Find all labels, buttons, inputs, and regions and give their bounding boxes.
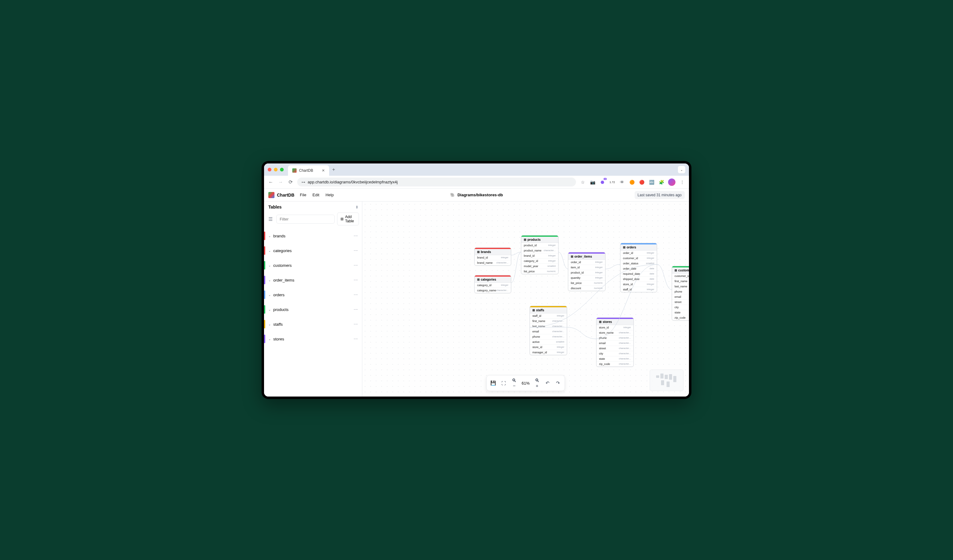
column-row[interactable]: last_namecharacter... bbox=[672, 284, 689, 289]
column-row[interactable]: emailcharacter... bbox=[596, 341, 633, 346]
column-row[interactable]: store_idinteger bbox=[596, 325, 633, 330]
more-icon[interactable]: ⋮ bbox=[353, 307, 358, 312]
url-input[interactable]: ⊶ app.chartdb.io/diagrams/0kvcbeiijcedel… bbox=[297, 178, 576, 186]
column-row[interactable]: list_pricenumeric bbox=[522, 269, 558, 274]
column-row[interactable]: last_namecharacter... bbox=[530, 324, 567, 329]
column-row[interactable]: phonecharacter... bbox=[672, 289, 689, 294]
column-row[interactable]: product_idinteger bbox=[568, 270, 605, 275]
column-row[interactable]: item_idinteger bbox=[568, 265, 605, 270]
column-row[interactable]: order_idinteger bbox=[568, 260, 605, 265]
extension-icon-4[interactable]: 🔴 bbox=[639, 179, 645, 185]
site-info-icon[interactable]: ⊶ bbox=[301, 180, 305, 184]
column-row[interactable]: first_namecharacter... bbox=[530, 319, 567, 324]
more-icon[interactable]: ⋮ bbox=[353, 322, 358, 326]
column-row[interactable]: store_idinteger bbox=[621, 282, 657, 287]
more-icon[interactable]: ⋮ bbox=[353, 248, 358, 253]
menu-file[interactable]: File bbox=[300, 193, 306, 197]
node-header[interactable]: ⊞stores bbox=[596, 319, 633, 325]
column-row[interactable]: shipped_datedate bbox=[621, 277, 657, 282]
node-brands[interactable]: ⊞brandsbrand_idintegerbrand_namecharacte… bbox=[474, 248, 511, 266]
column-row[interactable]: citycharacter... bbox=[672, 305, 689, 310]
column-row[interactable]: brand_namecharacter... bbox=[475, 260, 511, 265]
node-header[interactable]: ⊞customers bbox=[672, 268, 689, 274]
list-view-icon[interactable]: ☰ bbox=[267, 215, 274, 223]
forward-button[interactable]: → bbox=[278, 179, 284, 185]
save-button[interactable]: 💾 bbox=[490, 380, 497, 386]
redo-button[interactable]: ↷ bbox=[555, 380, 561, 386]
filter-input[interactable] bbox=[276, 215, 335, 224]
zoom-in-button[interactable]: 🔍︎+ bbox=[534, 378, 540, 388]
minimap[interactable] bbox=[650, 370, 683, 391]
column-row[interactable]: store_namecharacter... bbox=[596, 330, 633, 336]
more-icon[interactable]: ⋮ bbox=[353, 278, 358, 282]
column-row[interactable]: activesmallint bbox=[530, 339, 567, 345]
column-row[interactable]: model_yearsmallint bbox=[522, 264, 558, 269]
column-row[interactable]: zip_codecharacter... bbox=[596, 362, 633, 367]
column-row[interactable]: order_statussmallint bbox=[621, 261, 657, 266]
column-row[interactable]: emailcharacter... bbox=[672, 294, 689, 300]
column-row[interactable]: staff_idinteger bbox=[530, 313, 567, 319]
menu-edit[interactable]: Edit bbox=[312, 193, 319, 197]
window-minimize[interactable] bbox=[274, 168, 278, 172]
browser-tab[interactable]: ChartDB ✕ bbox=[288, 165, 329, 176]
column-row[interactable]: zip_codecharacter... bbox=[672, 315, 689, 320]
column-row[interactable]: phonecharacter... bbox=[530, 334, 567, 339]
column-row[interactable]: list_pricenumeric bbox=[568, 281, 605, 286]
column-row[interactable]: category_idinteger bbox=[475, 283, 511, 288]
tab-overflow-button[interactable]: ⌄ bbox=[678, 166, 685, 173]
more-icon[interactable]: ⋮ bbox=[353, 263, 358, 268]
window-maximize[interactable] bbox=[280, 168, 284, 172]
node-customers[interactable]: ⊞customerscustomer_idintegerfirst_namech… bbox=[672, 266, 689, 320]
column-row[interactable]: quantityinteger bbox=[568, 275, 605, 281]
sidebar-item-products[interactable]: ⌄ products ⋮ bbox=[264, 302, 362, 317]
extension-icon-1[interactable]: ⬣8 bbox=[599, 179, 605, 185]
column-row[interactable]: customer_idinteger bbox=[672, 274, 689, 279]
column-row[interactable]: streetcharacter... bbox=[596, 346, 633, 351]
sidebar-item-customers[interactable]: ⌄ customers ⋮ bbox=[264, 258, 362, 273]
profile-avatar[interactable] bbox=[668, 178, 675, 186]
column-row[interactable]: store_idinteger bbox=[530, 345, 567, 350]
sidebar-item-categories[interactable]: ⌄ categories ⋮ bbox=[264, 243, 362, 258]
sidebar-item-order_items[interactable]: ⌄ order_items ⋮ bbox=[264, 273, 362, 287]
more-icon[interactable]: ⋮ bbox=[353, 292, 358, 297]
node-products[interactable]: ⊞productsproduct_idintegerproduct_namech… bbox=[521, 235, 559, 274]
back-button[interactable]: ← bbox=[268, 179, 274, 185]
column-row[interactable]: product_idinteger bbox=[522, 243, 558, 248]
column-row[interactable]: discountnumeric bbox=[568, 286, 605, 291]
node-order_items[interactable]: ⊞order_itemsorder_idintegeritem_idintege… bbox=[568, 252, 605, 291]
more-icon[interactable]: ⋮ bbox=[353, 337, 358, 341]
column-row[interactable]: phonecharacter... bbox=[596, 336, 633, 341]
node-header[interactable]: ⊞order_items bbox=[568, 254, 605, 260]
new-tab-button[interactable]: + bbox=[332, 167, 335, 172]
column-row[interactable]: category_namecharacter... bbox=[475, 288, 511, 293]
window-close[interactable] bbox=[268, 168, 272, 172]
column-row[interactable]: manager_idinteger bbox=[530, 350, 567, 355]
column-row[interactable]: category_idinteger bbox=[522, 258, 558, 264]
puzzle-icon[interactable]: 🧩 bbox=[658, 179, 664, 185]
fit-view-button[interactable]: ⛶ bbox=[501, 381, 507, 386]
menu-icon[interactable]: ⋮ bbox=[679, 179, 685, 185]
column-row[interactable]: brand_idinteger bbox=[522, 253, 558, 258]
node-header[interactable]: ⊞staffs bbox=[530, 307, 567, 313]
sort-button[interactable]: ▴▾ bbox=[356, 205, 358, 209]
close-icon[interactable]: ✕ bbox=[322, 169, 325, 173]
menu-help[interactable]: Help bbox=[326, 193, 334, 197]
column-row[interactable]: order_idinteger bbox=[621, 251, 657, 256]
node-header[interactable]: ⊞orders bbox=[621, 244, 657, 251]
column-row[interactable]: product_namecharacter... bbox=[522, 248, 558, 253]
sidebar-item-staffs[interactable]: ⌄ staffs ⋮ bbox=[264, 317, 362, 331]
column-row[interactable]: statecharacter... bbox=[672, 310, 689, 315]
camera-icon[interactable]: 📷 bbox=[590, 179, 596, 185]
canvas[interactable]: ⊞storesstore_idintegerstore_namecharacte… bbox=[362, 201, 689, 396]
zoom-out-button[interactable]: 🔍︎− bbox=[511, 378, 517, 388]
column-row[interactable]: staff_idinteger bbox=[621, 287, 657, 292]
extension-icon-3[interactable]: 🟠 bbox=[629, 179, 635, 185]
app-logo[interactable]: ChartDB bbox=[269, 192, 295, 198]
column-row[interactable]: emailcharacter... bbox=[530, 329, 567, 334]
reload-button[interactable]: ⟳ bbox=[287, 179, 293, 185]
column-row[interactable]: required_datedate bbox=[621, 271, 657, 277]
extension-icon-2[interactable]: 1.72 bbox=[609, 179, 615, 185]
node-stores[interactable]: ⊞storesstore_idintegerstore_namecharacte… bbox=[596, 317, 634, 367]
node-header[interactable]: ⊞categories bbox=[475, 277, 511, 283]
column-row[interactable]: streetcharacter... bbox=[672, 300, 689, 305]
